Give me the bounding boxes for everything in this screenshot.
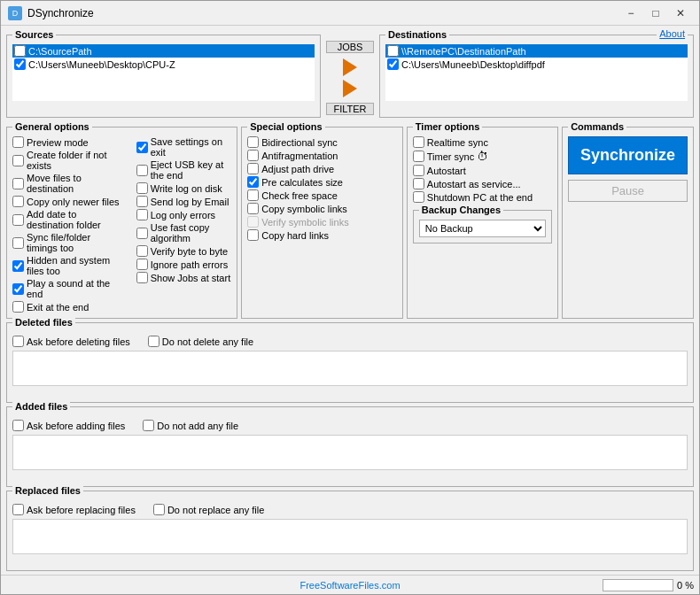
dest-item-2[interactable]: C:\Users\Muneeb\Desktop\diffpdf bbox=[385, 58, 688, 71]
opt-create-folder[interactable]: Create folder if not exists bbox=[12, 150, 122, 171]
chk-no-delete[interactable] bbox=[148, 336, 159, 347]
opt-eject-usb[interactable]: Eject USB key at the end bbox=[136, 159, 232, 181]
chk-log-errors[interactable] bbox=[136, 209, 148, 220]
chk-show-jobs[interactable] bbox=[136, 272, 148, 283]
close-button[interactable]: ✕ bbox=[669, 4, 692, 22]
opt-hidden-system[interactable]: Hidden and system files too bbox=[12, 255, 122, 276]
opt-write-log[interactable]: Write log on disk bbox=[136, 182, 232, 194]
chk-write-log[interactable] bbox=[136, 182, 148, 194]
minimize-button[interactable]: − bbox=[619, 4, 642, 22]
opt-check-free[interactable]: Check free space bbox=[247, 189, 397, 201]
chk-verify-byte[interactable] bbox=[136, 245, 148, 257]
chk-copy-hard[interactable] bbox=[247, 229, 259, 241]
opt-preview[interactable]: Preview mode bbox=[12, 136, 122, 148]
chk-verify-symbolic[interactable] bbox=[247, 216, 259, 228]
chk-copy-newer[interactable] bbox=[12, 196, 24, 207]
chk-ask-delete[interactable] bbox=[12, 336, 24, 347]
opt-pre-calculates[interactable]: Pre calculates size bbox=[247, 176, 397, 188]
chk-exit-end[interactable] bbox=[12, 301, 24, 313]
general-col1: Preview mode Create folder if not exists… bbox=[12, 136, 122, 313]
sources-list[interactable]: C:\SourcePath C:\Users\Muneeb\Desktop\CP… bbox=[12, 44, 315, 101]
chk-eject-usb[interactable] bbox=[136, 165, 148, 176]
chk-autostart[interactable] bbox=[413, 165, 424, 176]
no-delete-label: Do not delete any file bbox=[162, 336, 253, 347]
opt-fast-copy[interactable]: Use fast copy algorithm bbox=[136, 222, 232, 243]
opt-ask-add[interactable]: Ask before adding files bbox=[12, 420, 125, 431]
opt-ask-replace[interactable]: Ask before replacing files bbox=[12, 504, 136, 515]
dest-item-1[interactable]: \\RemotePC\DestinationPath bbox=[385, 44, 688, 58]
opt-copy-newer[interactable]: Copy only newer files bbox=[12, 196, 122, 207]
chk-ignore-path[interactable] bbox=[136, 259, 148, 270]
chk-no-replace[interactable] bbox=[153, 504, 165, 515]
chk-sync-timings[interactable] bbox=[12, 237, 24, 249]
chk-no-add[interactable] bbox=[143, 420, 154, 431]
chk-antifrag[interactable] bbox=[247, 150, 259, 161]
opt-verify-symbolic[interactable]: Verify symbolic links bbox=[247, 216, 397, 228]
chk-send-log-email[interactable] bbox=[136, 196, 148, 207]
destinations-list[interactable]: \\RemotePC\DestinationPath C:\Users\Mune… bbox=[385, 44, 688, 101]
chk-play-sound[interactable] bbox=[12, 283, 24, 295]
opt-no-add[interactable]: Do not add any file bbox=[143, 420, 238, 431]
opt-ask-delete[interactable]: Ask before deleting files bbox=[12, 336, 130, 347]
opt-ignore-path[interactable]: Ignore path errors bbox=[136, 259, 232, 270]
chk-realtime-sync[interactable] bbox=[413, 136, 424, 148]
dest-check-1[interactable] bbox=[387, 45, 399, 57]
chk-create-folder[interactable] bbox=[12, 155, 24, 166]
opt-autostart[interactable]: Autostart bbox=[413, 165, 552, 176]
pause-button[interactable]: Pause bbox=[568, 180, 688, 202]
opt-realtime-sync[interactable]: Realtime sync bbox=[413, 136, 552, 148]
opt-play-sound[interactable]: Play a sound at the end bbox=[12, 278, 122, 299]
chk-ask-add[interactable] bbox=[12, 420, 24, 431]
opt-send-log-email[interactable]: Send log by Email bbox=[136, 196, 232, 207]
chk-move-files[interactable] bbox=[12, 178, 24, 189]
chk-save-settings[interactable] bbox=[136, 142, 148, 153]
backup-select[interactable]: No Backup Backup Versioning bbox=[419, 220, 546, 237]
general-col2: Save settings on exit Eject USB key at t… bbox=[136, 136, 232, 313]
opt-verify-byte[interactable]: Verify byte to byte bbox=[136, 245, 232, 257]
chk-shutdown-pc[interactable] bbox=[413, 191, 424, 203]
opt-exit-end[interactable]: Exit at the end bbox=[12, 301, 122, 313]
maximize-button[interactable]: □ bbox=[644, 4, 667, 22]
chk-add-date[interactable] bbox=[12, 214, 24, 226]
opt-timer-sync[interactable]: Timer sync ⏱ bbox=[413, 150, 552, 163]
opt-shutdown-pc[interactable]: Shutdown PC at the end bbox=[413, 191, 552, 203]
opt-copy-symbolic[interactable]: Copy symbolic links bbox=[247, 203, 397, 214]
chk-check-free[interactable] bbox=[247, 189, 259, 201]
replaced-files-label: Replaced files bbox=[12, 485, 83, 496]
chk-autostart-service[interactable] bbox=[413, 178, 424, 189]
opt-log-errors[interactable]: Log only errors bbox=[136, 209, 232, 220]
jobs-button[interactable]: JOBS bbox=[326, 41, 374, 53]
opt-save-settings[interactable]: Save settings on exit bbox=[136, 136, 232, 158]
chk-bidirectional[interactable] bbox=[247, 136, 259, 148]
opt-move-files[interactable]: Move files to destination bbox=[12, 173, 122, 194]
website-link[interactable]: FreeSoftwareFiles.com bbox=[299, 580, 400, 591]
opt-antifrag[interactable]: Antifragmentation bbox=[247, 150, 397, 161]
filter-button[interactable]: FILTER bbox=[326, 103, 374, 115]
opt-add-date[interactable]: Add date to destination folder bbox=[12, 209, 122, 230]
dest-check-2[interactable] bbox=[387, 58, 399, 70]
chk-hidden-system[interactable] bbox=[12, 260, 24, 272]
chk-ask-replace[interactable] bbox=[12, 504, 24, 515]
chk-timer-sync[interactable] bbox=[413, 151, 424, 162]
opt-no-delete[interactable]: Do not delete any file bbox=[148, 336, 253, 347]
source-item-1[interactable]: C:\SourcePath bbox=[12, 44, 315, 58]
chk-preview[interactable] bbox=[12, 136, 24, 148]
opt-no-replace[interactable]: Do not replace any file bbox=[153, 504, 264, 515]
opt-show-jobs[interactable]: Show Jobs at start bbox=[136, 272, 232, 283]
chk-copy-symbolic[interactable] bbox=[247, 203, 259, 214]
opt-adjust-path[interactable]: Adjust path drive bbox=[247, 163, 397, 174]
opt-bidirectional[interactable]: Bidirectional sync bbox=[247, 136, 397, 148]
about-link[interactable]: About bbox=[657, 28, 688, 39]
chk-fast-copy[interactable] bbox=[136, 228, 148, 239]
source-item-2[interactable]: C:\Users\Muneeb\Desktop\CPU-Z bbox=[12, 58, 315, 71]
deleted-files-label: Deleted files bbox=[12, 317, 75, 328]
timer-options-group: Timer options Realtime sync Timer sync ⏱… bbox=[407, 127, 558, 319]
opt-sync-timings[interactable]: Sync file/folder timings too bbox=[12, 232, 122, 253]
opt-copy-hard[interactable]: Copy hard links bbox=[247, 229, 397, 241]
chk-pre-calculates[interactable] bbox=[247, 176, 259, 188]
source-check-2[interactable] bbox=[14, 58, 26, 70]
synchronize-button[interactable]: Synchronize bbox=[568, 136, 688, 174]
source-check-1[interactable] bbox=[14, 45, 26, 57]
chk-adjust-path[interactable] bbox=[247, 163, 259, 174]
opt-autostart-service[interactable]: Autostart as service... bbox=[413, 178, 552, 189]
